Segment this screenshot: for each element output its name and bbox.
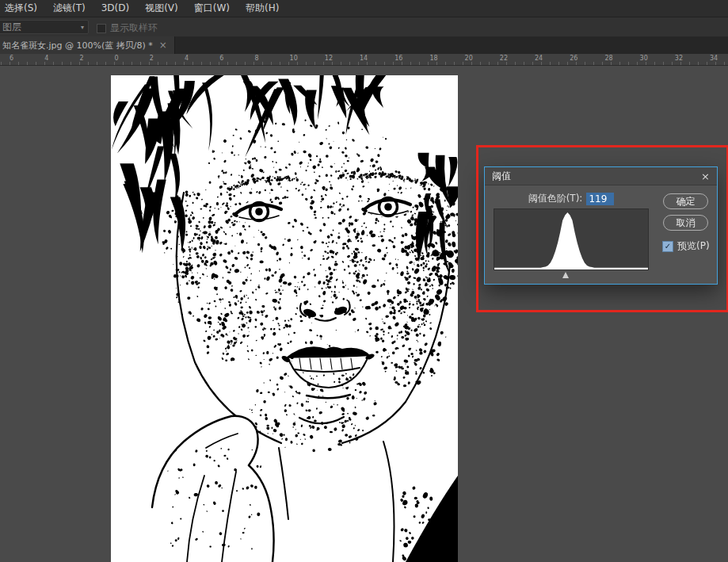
ruler-tick-label: 28 [604, 55, 612, 62]
tab-close-icon[interactable]: × [159, 40, 167, 51]
threshold-slider-track[interactable] [494, 271, 649, 280]
threshold-level-row: 阈值色阶(T): 119 [494, 192, 649, 205]
ok-button[interactable]: 确定 [663, 193, 708, 209]
document-tab[interactable]: 知名雀斑女.jpg @ 100%(蓝 拷贝/8) * × [0, 36, 175, 54]
ruler-tick-label: 6 [10, 55, 13, 62]
canvas-area: 阈值 × 阈值色阶(T): 119 确定 取消 ✓ 预览(P) [0, 65, 728, 562]
threshold-slider[interactable] [562, 272, 569, 278]
ruler-tick-label: 22 [500, 55, 508, 62]
dialog-close-icon[interactable]: × [701, 171, 710, 182]
dialog-title-bar[interactable]: 阈值 × [485, 167, 717, 185]
sample-dropdown[interactable]: 图层 ▾ [0, 20, 89, 34]
menu-item[interactable]: 3D(D) [93, 0, 137, 17]
ruler-tick-label: 32 [675, 55, 683, 62]
menu-item[interactable]: 窗口(W) [186, 0, 238, 17]
threshold-dialog: 阈值 × 阈值色阶(T): 119 确定 取消 ✓ 预览(P) [484, 166, 718, 285]
threshold-histogram [494, 208, 649, 270]
ruler-tick-label: 18 [429, 55, 437, 62]
document-canvas[interactable] [111, 75, 458, 562]
document-tab-bar: 知名雀斑女.jpg @ 100%(蓝 拷贝/8) * × [0, 36, 728, 54]
ruler-tick-label: 2 [79, 55, 83, 62]
ruler-tick-label: 30 [640, 55, 648, 62]
ruler-tick-label: 24 [535, 55, 543, 62]
dialog-title: 阈值 [492, 170, 511, 183]
menu-bar: 选择(S)滤镜(T)3D(D)视图(V)窗口(W)帮助(H) [0, 0, 728, 17]
show-sampling-ring-checkbox[interactable]: 显示取样环 [97, 21, 158, 35]
ruler-tick-label: 4 [185, 55, 189, 62]
histogram-plot [494, 209, 648, 270]
checkbox-box-icon [97, 24, 106, 33]
ruler-tick-label: 26 [570, 55, 577, 62]
menu-item[interactable]: 滤镜(T) [45, 0, 93, 17]
photoshop-window: 选择(S)滤镜(T)3D(D)视图(V)窗口(W)帮助(H) 图层 ▾ 显示取样… [0, 0, 728, 562]
chevron-down-icon: ▾ [81, 24, 84, 31]
preview-row: ✓ 预览(P) [662, 239, 710, 253]
ruler-tick-label: 34 [710, 55, 718, 62]
menu-item[interactable]: 帮助(H) [238, 0, 287, 17]
ruler-tick-label: 16 [394, 55, 402, 62]
ruler-tick-label: 6 [219, 55, 223, 62]
ruler-tick-label: 8 [254, 55, 258, 62]
options-bar: 图层 ▾ 显示取样环 [0, 17, 728, 38]
menu-item[interactable]: 选择(S) [0, 0, 45, 17]
checkbox-label: 显示取样环 [110, 21, 158, 35]
preview-label: 预览(P) [677, 239, 710, 253]
ruler-tick-label: 2 [150, 55, 154, 62]
cancel-button[interactable]: 取消 [663, 215, 708, 231]
preview-checkbox[interactable]: ✓ [662, 241, 673, 252]
ruler-tick-label: 4 [44, 55, 48, 62]
menu-item[interactable]: 视图(V) [137, 0, 186, 17]
ruler-tick-label: 14 [360, 55, 368, 62]
ruler-tick-label: 20 [465, 55, 473, 62]
ruler-tick-label: 10 [290, 55, 298, 62]
document-tab-title: 知名雀斑女.jpg @ 100%(蓝 拷贝/8) * [2, 40, 153, 52]
horizontal-ruler: 6420246810121416182022242628303234 [0, 54, 728, 66]
threshold-level-input[interactable]: 119 [586, 193, 614, 205]
ruler-tick-label: 0 [115, 55, 119, 62]
ruler-tick-label: 12 [325, 55, 333, 62]
sample-dropdown-value: 图层 [2, 21, 21, 34]
threshold-level-label: 阈值色阶(T): [528, 192, 583, 205]
